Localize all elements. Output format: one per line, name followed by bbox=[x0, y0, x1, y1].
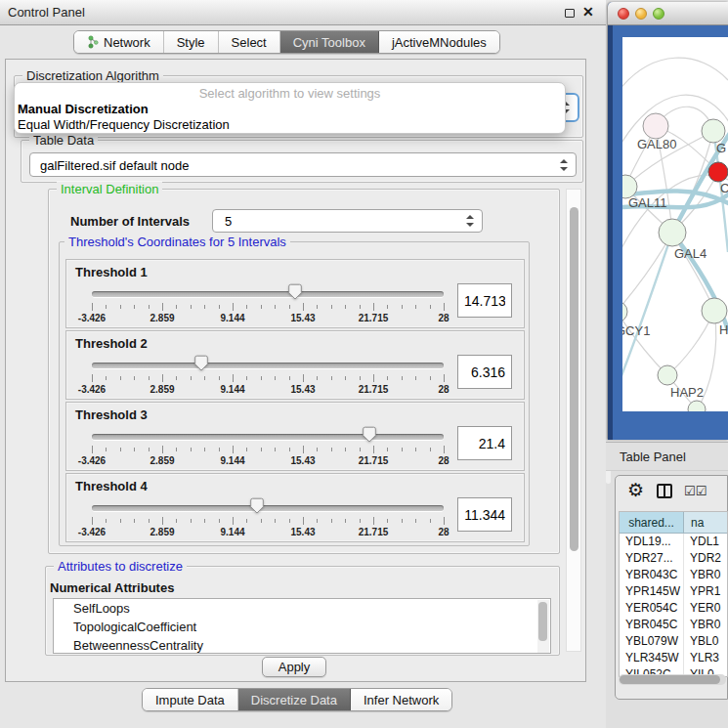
threshold-3-value-field[interactable] bbox=[457, 426, 512, 460]
select-columns-icon[interactable]: ☑☑ bbox=[684, 484, 707, 498]
combobox-value: 5 bbox=[225, 214, 232, 229]
scrollbar-thumb[interactable] bbox=[620, 675, 720, 684]
cell-name: YPR1 bbox=[684, 583, 727, 600]
mac-zoom-button[interactable] bbox=[653, 8, 664, 20]
numerical-attributes-label: Numerical Attributes bbox=[50, 580, 174, 595]
table-data-group: Table Data galFiltered.sif default node bbox=[21, 140, 583, 183]
attribute-list-item[interactable]: BetweennessCentrality bbox=[54, 636, 550, 654]
column-layout-icon[interactable] bbox=[657, 484, 672, 498]
tick-label: 15.43 bbox=[290, 455, 315, 466]
slider-thumb[interactable] bbox=[363, 426, 377, 443]
tick-label: 9.144 bbox=[220, 455, 244, 466]
tick-label: 28 bbox=[438, 455, 449, 466]
threshold-panel-2: Threshold 2-3.4262.8599.14415.4321.71528 bbox=[65, 330, 525, 400]
group-title: Interval Definition bbox=[57, 182, 162, 196]
popup-option-equal-width[interactable]: Equal Width/Frequency Discretization bbox=[15, 117, 565, 133]
threshold-slider[interactable]: -3.4262.8599.14415.4321.71528 bbox=[92, 283, 444, 326]
table-horizontal-scrollbar[interactable] bbox=[619, 674, 726, 685]
list-scrollbar-thumb[interactable] bbox=[538, 602, 547, 641]
cyni-toolbox-panel: Discretization Algorithm Select algorith… bbox=[5, 59, 586, 682]
tab-style[interactable]: Style bbox=[164, 31, 219, 53]
threshold-2-value-field[interactable] bbox=[457, 355, 512, 389]
network-view-window: GAL80GCGAL11GAL4GCY1HHAP2 bbox=[608, 2, 728, 440]
close-icon[interactable]: ✕ bbox=[582, 4, 594, 20]
table-row[interactable]: YER054CYER0 bbox=[620, 600, 727, 617]
table-data-combobox[interactable]: galFiltered.sif default node bbox=[29, 152, 577, 177]
tab-impute-data[interactable]: Impute Data bbox=[143, 689, 238, 710]
slider-thumb[interactable] bbox=[250, 497, 265, 514]
app-root: Control Panel ✕ NetworkStyleSelectCyni T… bbox=[0, 0, 728, 728]
table-row[interactable]: YBR045CYBR0 bbox=[620, 617, 727, 633]
table-row[interactable]: YDR27...YDR2 bbox=[620, 550, 727, 567]
list-scrollbar[interactable] bbox=[537, 600, 549, 653]
network-node[interactable] bbox=[708, 162, 728, 182]
tab-network[interactable]: Network bbox=[74, 31, 164, 53]
threshold-slider[interactable]: -3.4262.8599.14415.4321.71528 bbox=[92, 426, 444, 469]
slider-track[interactable] bbox=[92, 291, 444, 297]
tick-label: 2.859 bbox=[150, 384, 174, 395]
slider-ticks bbox=[92, 373, 444, 383]
mac-minimize-button[interactable] bbox=[635, 8, 647, 20]
tab-discretize-data[interactable]: Discretize Data bbox=[238, 689, 351, 710]
node-label: C bbox=[720, 181, 728, 195]
network-window-titlebar bbox=[608, 2, 728, 25]
cell-shared-name: YPR145W bbox=[620, 583, 684, 600]
threshold-panel-3: Threshold 3-3.4262.8599.14415.4321.71528 bbox=[65, 402, 525, 471]
popup-option-manual-discretization[interactable]: Manual Discretization bbox=[15, 102, 565, 117]
network-node[interactable] bbox=[658, 365, 677, 385]
slider-tick-labels: -3.4262.8599.14415.4321.71528 bbox=[92, 455, 444, 467]
node-label: GAL4 bbox=[674, 246, 707, 261]
column-header-shared-name[interactable]: shared... bbox=[620, 512, 684, 533]
gear-icon[interactable]: ⚙ bbox=[627, 479, 644, 501]
table-row[interactable]: YBR043CYBR0 bbox=[620, 567, 727, 583]
slider-track[interactable] bbox=[92, 434, 444, 440]
scrollbar-thumb[interactable] bbox=[570, 207, 578, 551]
table-toolbar: ⚙ ☑☑ bbox=[616, 476, 727, 509]
threshold-panel-1: Threshold 1-3.4262.8599.14415.4321.71528 bbox=[65, 259, 525, 328]
threshold-4-value-field[interactable] bbox=[457, 497, 512, 532]
table-row[interactable]: YBL079WYBL0 bbox=[620, 633, 727, 650]
network-node[interactable] bbox=[622, 301, 627, 322]
attributes-listbox[interactable]: SelfLoopsTopologicalCoefficientBetweenne… bbox=[53, 598, 551, 654]
threshold-1-value-field[interactable] bbox=[457, 283, 512, 318]
tab-jactivemnodules[interactable]: jActiveMNodules bbox=[379, 31, 499, 53]
table-body: YDL19...YDL1YDR27...YDR2YBR043CYBR0YPR14… bbox=[620, 534, 727, 677]
panel-vertical-scrollbar[interactable] bbox=[566, 189, 581, 652]
slider-track[interactable] bbox=[92, 505, 444, 511]
mac-close-button[interactable] bbox=[618, 8, 629, 20]
right-region: GAL80GCGAL11GAL4GCY1HHAP2 Table Panel ⚙ … bbox=[606, 0, 728, 728]
network-node[interactable] bbox=[643, 113, 668, 139]
slider-thumb[interactable] bbox=[193, 355, 208, 371]
tick-label: -3.426 bbox=[78, 313, 106, 323]
number-of-intervals-combobox[interactable]: 5 bbox=[212, 209, 483, 233]
tab-cyni-toolbox[interactable]: Cyni Toolbox bbox=[280, 31, 379, 53]
cell-name: YDL1 bbox=[684, 534, 727, 550]
attribute-list-item[interactable]: TopologicalCoefficient bbox=[54, 618, 550, 636]
column-header-name[interactable]: na bbox=[684, 512, 727, 533]
tab-label: Impute Data bbox=[155, 693, 225, 707]
slider-thumb[interactable] bbox=[287, 283, 302, 300]
table-row[interactable]: YLR345WYLR3 bbox=[620, 650, 727, 666]
table-row[interactable]: YDL19...YDL1 bbox=[620, 534, 727, 550]
network-node[interactable] bbox=[659, 219, 686, 246]
slider-track[interactable] bbox=[92, 363, 444, 368]
threshold-slider[interactable]: -3.4262.8599.14415.4321.71528 bbox=[92, 355, 444, 398]
tick-label: 21.715 bbox=[359, 455, 389, 466]
network-node[interactable] bbox=[702, 298, 727, 323]
cell-shared-name: YER054C bbox=[620, 600, 684, 617]
node-table[interactable]: shared... na YDL19...YDL1YDR27...YDR2YBR… bbox=[619, 511, 728, 677]
tick-label: -3.426 bbox=[78, 455, 106, 466]
table-row[interactable]: YPR145WYPR1 bbox=[620, 583, 727, 600]
network-canvas[interactable]: GAL80GCGAL11GAL4GCY1HHAP2 bbox=[622, 37, 728, 411]
network-node[interactable] bbox=[702, 119, 725, 143]
attribute-list-item[interactable]: SelfLoops bbox=[54, 599, 550, 618]
tick-label: 2.859 bbox=[150, 455, 174, 466]
tick-label: 9.144 bbox=[220, 527, 244, 537]
apply-button[interactable]: Apply bbox=[262, 657, 326, 677]
tab-infer-network[interactable]: Infer Network bbox=[351, 689, 451, 710]
threshold-slider[interactable]: -3.4262.8599.14415.4321.71528 bbox=[92, 497, 444, 540]
float-window-icon[interactable] bbox=[565, 9, 575, 18]
tab-select[interactable]: Select bbox=[219, 31, 280, 53]
node-label: GCY1 bbox=[622, 323, 650, 338]
window-title: Control Panel bbox=[8, 5, 85, 20]
